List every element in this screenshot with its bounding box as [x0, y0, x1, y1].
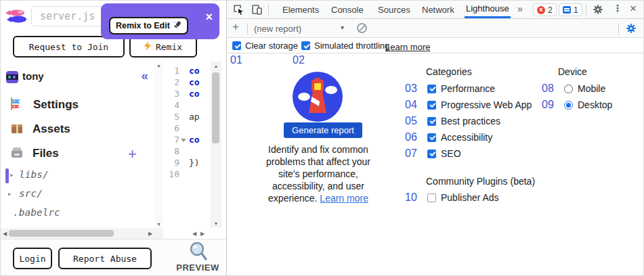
- lighthouse-settings-gear-icon[interactable]: [626, 23, 637, 34]
- code-line: 8: [163, 146, 211, 158]
- remix-to-edit-button[interactable]: Remix to Edit: [109, 17, 188, 34]
- popup-close-icon[interactable]: ×: [205, 11, 213, 23]
- file-box-icon: [10, 145, 24, 162]
- device-row-mobile: 08 Mobile: [542, 82, 605, 95]
- add-file-icon[interactable]: +: [128, 145, 137, 163]
- editor-vertical-scrollbar[interactable]: ▲ ▼: [211, 62, 221, 228]
- dropdown-arrow-icon[interactable]: ▾: [341, 24, 344, 31]
- scroll-up-icon[interactable]: ▲: [211, 64, 221, 68]
- sidebar-item-settings[interactable]: Settings: [10, 97, 79, 113]
- collapse-sidebar-icon[interactable]: «: [141, 68, 148, 83]
- lighthouse-description: Identify and fix common problems that af…: [257, 143, 380, 204]
- remix-label: Remix: [156, 42, 182, 52]
- file-row-babelrc[interactable]: .babelrc: [1, 206, 156, 221]
- close-devtools-icon[interactable]: ×: [630, 2, 637, 16]
- files-label: Files: [33, 147, 59, 160]
- som-annotation-01: 01: [230, 54, 242, 66]
- chevron-right-icon[interactable]: ▸: [7, 189, 12, 198]
- file-row-src[interactable]: ▸ src/: [1, 187, 156, 202]
- microphone-icon: [173, 20, 181, 31]
- scroll-down-icon: ▼: [154, 222, 163, 227]
- report-abuse-button[interactable]: Report Abuse: [58, 248, 152, 269]
- lighthouse-logo: [292, 71, 343, 122]
- simulated-throttling-checkbox[interactable]: [301, 41, 310, 50]
- scrollbar-thumb[interactable]: [9, 230, 114, 237]
- fold-caret-icon[interactable]: [181, 139, 186, 142]
- device-title: Device: [558, 66, 587, 77]
- performance-checkbox[interactable]: [427, 85, 436, 93]
- plugin-row-publisher-ads: 10 Publisher Ads: [405, 191, 499, 204]
- performance-label: Performance: [441, 83, 495, 94]
- code-line: 5ap: [163, 112, 211, 123]
- preview-label: PREVIEW: [173, 262, 222, 273]
- login-label: Login: [19, 254, 45, 264]
- file-row-libs[interactable]: ▸ libs/: [1, 168, 156, 183]
- bottom-bar: Login Report Abuse PREVIEW: [1, 239, 226, 276]
- accessibility-checkbox[interactable]: [427, 133, 436, 142]
- som-annotation-09: 09: [542, 99, 559, 111]
- new-report-icon[interactable]: +: [232, 20, 239, 34]
- error-count: 2: [548, 5, 553, 15]
- file-name: libs/: [19, 169, 49, 180]
- report-selector[interactable]: (new report): [254, 24, 301, 34]
- scroll-right-icon[interactable]: ▶: [198, 231, 207, 237]
- sidebar-vertical-scrollbar[interactable]: ▲ ▼: [154, 62, 163, 228]
- scroll-down-icon[interactable]: ▼: [211, 221, 221, 226]
- pwa-checkbox[interactable]: [427, 101, 436, 110]
- filename-input[interactable]: server.js: [31, 6, 102, 26]
- seo-checkbox[interactable]: [427, 150, 436, 158]
- clear-storage-option[interactable]: Clear storage: [232, 41, 298, 51]
- clear-storage-checkbox[interactable]: [232, 41, 241, 50]
- request-to-join-label: Request to Join: [29, 42, 108, 52]
- scroll-left-icon[interactable]: ◀: [190, 231, 198, 237]
- throttling-learn-more-link[interactable]: Learn more: [385, 42, 430, 52]
- generate-report-button[interactable]: Generate report: [284, 122, 362, 138]
- message-count-badge[interactable]: 1: [559, 3, 582, 16]
- simulated-throttling-option[interactable]: Simulated throttling: [301, 41, 389, 51]
- tab-lighthouse[interactable]: Lighthouse: [465, 1, 511, 18]
- desktop-radio[interactable]: [564, 101, 573, 110]
- glitch-fish-logo[interactable]: [4, 7, 28, 28]
- editor-horizontal-scrollbar[interactable]: ◀ ▶: [190, 228, 226, 239]
- code-line: 6: [163, 123, 211, 135]
- code-line: 4: [163, 100, 211, 112]
- mobile-radio[interactable]: [564, 85, 573, 93]
- category-row-performance: 03 Performance: [405, 82, 495, 95]
- selected-file-bar: [5, 168, 9, 183]
- sidebar-horizontal-scrollbar[interactable]: ◀ ▶: [1, 228, 163, 239]
- code-editor[interactable]: 1co 2co 3co 4 5ap 6 7co 8 9}) 10 ▲ ▼ ◀ ▶: [163, 62, 226, 239]
- lighthouse-options-row: Clear storage Simulated throttling Learn…: [227, 38, 644, 53]
- login-button[interactable]: Login: [13, 248, 52, 269]
- magnifier-icon[interactable]: [188, 241, 209, 265]
- clear-reports-icon[interactable]: [357, 23, 367, 33]
- lightning-icon: [144, 41, 152, 53]
- koinobori-icon: [10, 97, 24, 114]
- devtools-panel: Elements Console Sources Network Lightho…: [226, 1, 644, 276]
- scroll-right-icon[interactable]: ▶: [146, 231, 154, 237]
- tab-network[interactable]: Network: [421, 1, 456, 18]
- chevron-right-icon[interactable]: ▸: [9, 170, 14, 179]
- publisher-ads-checkbox[interactable]: [427, 193, 436, 202]
- tab-elements[interactable]: Elements: [281, 1, 320, 18]
- best-practices-checkbox[interactable]: [427, 117, 436, 126]
- description-learn-more-link[interactable]: Learn more: [320, 193, 368, 204]
- tab-sources[interactable]: Sources: [377, 1, 412, 18]
- tab-console[interactable]: Console: [330, 1, 365, 18]
- device-toolbar-icon[interactable]: [251, 4, 263, 16]
- message-count: 1: [574, 5, 578, 15]
- sidebar-item-files[interactable]: Files: [10, 145, 59, 162]
- code-line: 1co: [163, 66, 211, 77]
- error-count-badge[interactable]: × 2: [533, 3, 557, 16]
- inspect-icon[interactable]: [233, 4, 244, 16]
- sidebar: tony « Settings: [1, 62, 163, 239]
- settings-gear-icon[interactable]: [593, 4, 604, 16]
- menu-dots-icon[interactable]: ⋮: [613, 3, 622, 14]
- user-row[interactable]: tony «: [1, 70, 163, 86]
- more-tabs-icon[interactable]: »: [517, 3, 523, 14]
- code-line: 3co: [163, 89, 211, 100]
- sidebar-item-assets[interactable]: Assets: [10, 121, 70, 137]
- scroll-left-icon[interactable]: ◀: [1, 231, 9, 237]
- report-abuse-label: Report Abuse: [73, 254, 137, 264]
- scrollbar-thumb[interactable]: [212, 72, 219, 143]
- category-row-best-practices: 05 Best practices: [405, 114, 500, 128]
